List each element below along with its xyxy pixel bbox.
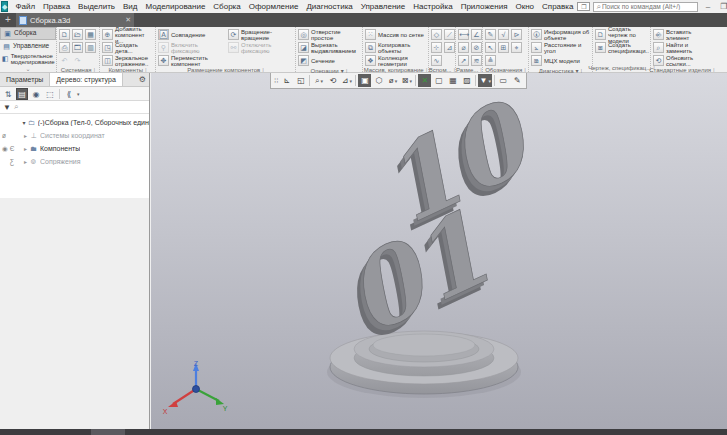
mark-icon[interactable]: ⌖	[511, 42, 522, 53]
coincidence-button[interactable]: 🄰 Совпадение	[158, 28, 226, 41]
tab-tree-structure[interactable]: Дерево: структура	[49, 73, 123, 86]
mass-properties-button[interactable]: 🗈 МЦХ модели	[531, 54, 590, 67]
rotation-rotation-button[interactable]: ⟳ Вращение-вращение	[228, 28, 292, 41]
tolerance-icon[interactable]: ⊞	[498, 42, 509, 53]
update-links-button[interactable]: ⟲ Обновить ссылки...	[653, 54, 711, 67]
tree-relations-icon[interactable]: ◉	[30, 88, 42, 100]
tree-ghost-icon[interactable]: ⬚	[44, 88, 56, 100]
section-button[interactable]: ◩ Сечение	[298, 54, 360, 67]
create-spec-button[interactable]: 🗉 Создать спецификаци..	[595, 41, 648, 54]
minimize-button[interactable]: –	[701, 2, 714, 11]
menu-view[interactable]: Вид	[119, 2, 141, 11]
aux-plane-icon[interactable]: ◇	[431, 29, 442, 40]
menu-management[interactable]: Управление	[357, 2, 409, 11]
find-replace-button[interactable]: ⌕ Найти и заменить	[653, 41, 711, 54]
restore-button[interactable]: ❐	[717, 2, 727, 11]
move-component-button[interactable]: ✥ Переместить компонент	[158, 54, 226, 67]
enable-fixation-button[interactable]: ⚲ Включить фиксацию	[158, 41, 226, 54]
tree-extra-dropdown-icon[interactable]: ▾	[77, 91, 80, 97]
wireframe-display-icon[interactable]: ⬡	[372, 74, 385, 87]
cut-extrude-button[interactable]: ◪ Вырезать выдавливанием	[298, 41, 360, 54]
panel-gear-icon[interactable]: ⚙	[139, 73, 149, 86]
shaded-display-icon[interactable]: ▣	[358, 74, 371, 87]
display-option2-icon[interactable]: ▦	[446, 74, 459, 87]
collapse-modes-icon[interactable]: ⌄	[0, 65, 56, 72]
hide-objects-icon[interactable]: ø▾	[386, 74, 399, 87]
copy-objects-button[interactable]: ⧉ Копировать объекты	[365, 41, 426, 54]
save-icon[interactable]: ▦	[85, 29, 96, 40]
menu-assembly[interactable]: Сборка	[209, 2, 244, 11]
tab-parameters[interactable]: Параметры	[0, 73, 49, 86]
create-part-button[interactable]: ◳ Создать дета...	[102, 41, 153, 54]
tree-row-coordinate-systems[interactable]: ø ▸ ⊥ Системы координат	[0, 129, 149, 142]
menu-edit[interactable]: Правка	[39, 2, 74, 11]
mates-state-icon[interactable]: Ƹ	[10, 158, 14, 165]
filter-funnel-icon[interactable]: ▼	[0, 103, 14, 112]
display-option3-icon[interactable]: ▨	[460, 74, 473, 87]
orientation-triad[interactable]: Z X Y	[159, 358, 229, 420]
create-drawing-button[interactable]: 🗋 Создать чертеж по модели	[595, 28, 648, 41]
object-info-button[interactable]: 🛈 Информация об объекте	[531, 28, 590, 41]
menu-window[interactable]: Окно	[511, 2, 538, 11]
menu-settings[interactable]: Настройка	[409, 2, 456, 11]
simple-hole-button[interactable]: ◎ Отверстие простое	[298, 28, 360, 41]
roughness-icon[interactable]: √	[498, 29, 509, 40]
visible-eye-icon[interactable]: ◉	[2, 145, 8, 153]
command-search[interactable]: ⌕	[593, 2, 698, 12]
numbers-1001[interactable]: 01 01 01 10 10 10	[318, 76, 555, 368]
menu-modeling[interactable]: Моделирование	[141, 2, 209, 11]
3d-model-trophy[interactable]: 01 01 01 10 10 10	[151, 73, 727, 429]
aux-axis-icon[interactable]: ⟋	[444, 29, 455, 40]
geometry-collection-button[interactable]: ❖ Коллекция геометрии	[365, 54, 426, 67]
3d-viewport[interactable]: 01 01 01 10 10 10 ⁞⁞ ⊾ ◱ ⌕▾ ⟲ ⊿▾ ▣	[151, 73, 727, 429]
menu-help[interactable]: Справка	[538, 2, 577, 11]
menu-diagnostics[interactable]: Диагностика	[302, 2, 356, 11]
tree-row-root[interactable]: ▾ 🗀 (-)Сборка (Тел-0, Сборочных единиц	[0, 116, 149, 129]
aux-csys-icon[interactable]: ⊿	[444, 42, 455, 53]
toolbar-grip-icon[interactable]: ⁞⁞	[273, 76, 279, 85]
tree-structure-icon[interactable]: ▤	[16, 88, 28, 100]
aux-point-icon[interactable]: ⊹	[431, 42, 442, 53]
angular-dim-icon[interactable]: ∠	[471, 29, 482, 40]
snap-toggle-icon[interactable]: ✕	[418, 74, 431, 87]
display-option1-icon[interactable]: ▢	[432, 74, 445, 87]
command-search-input[interactable]	[602, 3, 692, 10]
redo-icon[interactable]: ↷	[72, 55, 83, 66]
orientation-icon[interactable]: ⊿▾	[340, 74, 353, 87]
print-icon[interactable]: ⎙	[59, 42, 70, 53]
open-icon[interactable]: 🗁	[72, 29, 83, 40]
menu-select[interactable]: Выделить	[74, 2, 119, 11]
new-tab-button[interactable]: +	[0, 13, 16, 27]
app-logo-icon[interactable]: ◆	[1, 1, 8, 12]
distance-angle-button[interactable]: ⦛ Расстояние и угол	[531, 41, 590, 54]
note-icon[interactable]: ✎	[485, 29, 496, 40]
tree-extra-icon[interactable]: ⟪	[63, 88, 75, 100]
in-context-icon[interactable]: Є	[10, 145, 15, 152]
tree-row-components[interactable]: ◉Є ▸ 🖿 Компоненты	[0, 142, 149, 155]
preview-icon[interactable]: 🗔	[72, 42, 83, 53]
new-document-icon[interactable]: 🗋	[59, 29, 70, 40]
disable-fixation-button[interactable]: ⚯ Отключить фиксацию	[228, 41, 292, 54]
csys-view-icon[interactable]: ⊾	[280, 74, 293, 87]
orbit-icon[interactable]: ⟲	[326, 74, 339, 87]
menu-applications[interactable]: Приложения	[457, 2, 512, 11]
diameter-dim-icon[interactable]: ⊘	[471, 42, 482, 53]
region-window-icon[interactable]: ▭	[497, 74, 510, 87]
mode-tab-solid-modeling[interactable]: ◧ Твердотельное моделирование	[0, 52, 56, 65]
mode-tab-assembly[interactable]: ▣ Сборка	[0, 27, 56, 40]
menu-layout[interactable]: Оформление	[245, 2, 303, 11]
add-component-button[interactable]: ⊕ Добавить компонент и...	[102, 28, 153, 41]
section-view-icon[interactable]: ⊠▾	[400, 74, 413, 87]
tab-close-icon[interactable]: ✕	[125, 16, 131, 24]
radial-dim-icon[interactable]: ⌀	[458, 42, 469, 53]
undo-icon[interactable]: ↶	[59, 55, 70, 66]
tree-filter-input[interactable]	[20, 104, 149, 111]
mirror-button[interactable]: ◫ Зеркальное отражение..	[102, 54, 153, 67]
save-as-icon[interactable]: ▥	[85, 42, 96, 53]
symbol-icon[interactable]: ≜	[485, 55, 496, 66]
window-layout-icon[interactable]: ❒	[577, 2, 590, 11]
datum-icon[interactable]: ⊳	[511, 29, 522, 40]
leader-dim-icon[interactable]: ↗	[458, 55, 469, 66]
hidden-eye-icon[interactable]: ø	[2, 132, 6, 139]
saved-views-icon[interactable]: ◱	[294, 74, 307, 87]
